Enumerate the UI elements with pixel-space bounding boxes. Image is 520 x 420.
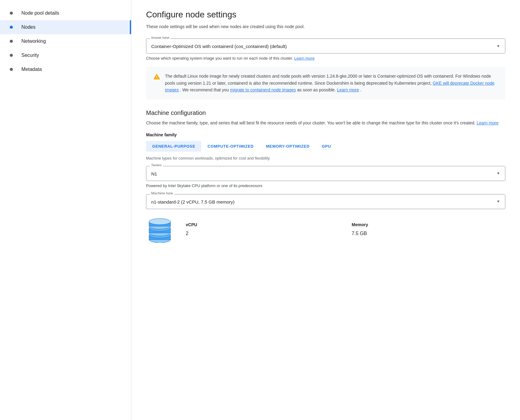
tab-memory-optimized[interactable]: MEMORY-OPTIMIZED [260,141,316,152]
migrate-containerd-link[interactable]: migrate to containerd node images [230,87,296,92]
image-type-field: Image type Container-Optimized OS with c… [146,39,505,53]
machine-info: vCPU Memory 2 7.5 GB [146,215,505,244]
sidebar-dot-nodes [10,26,13,29]
memory-header: Memory [352,222,505,228]
warning-text: The default Linux node image for newly c… [165,73,498,93]
main-content: Configure node settings These node setti… [131,0,520,420]
page-subtitle: These node settings will be used when ne… [146,23,505,30]
sidebar-item-node-pool-details[interactable]: Node pool details [0,6,131,20]
machine-config-learn-more-link[interactable]: Learn more [477,120,499,125]
image-type-select-wrapper: Container-Optimized OS with containerd (… [146,39,505,53]
page-title: Configure node settings [146,10,505,20]
image-type-learn-more-link[interactable]: Learn more [294,56,314,61]
warning-learn-more-link[interactable]: Learn more [337,87,359,92]
machine-type-select[interactable]: n1-standard-2 (2 vCPU, 7.5 GB memory) [146,194,505,209]
sidebar-item-nodes[interactable]: Nodes [0,20,131,34]
machine-family-tabs: GENERAL-PURPOSECOMPUTE-OPTIMIZEDMEMORY-O… [146,141,505,152]
spec-table: vCPU Memory 2 7.5 GB [186,222,505,236]
tab-description: Machine types for common workloads, opti… [146,156,505,160]
vcpu-header: vCPU [186,222,339,228]
sidebar-label-metadata: Metadata [21,67,42,72]
warning-icon: ! [153,73,160,81]
svg-text:!: ! [156,76,157,79]
sidebar-item-metadata[interactable]: Metadata [0,62,131,76]
tab-compute-optimized[interactable]: COMPUTE-OPTIMIZED [201,141,260,152]
machine-family-label: Machine family [146,132,505,137]
sidebar: Node pool detailsNodesNetworkingSecurity… [0,0,131,420]
series-select[interactable]: N1 [146,166,505,181]
series-field: Series N1 [146,166,505,181]
sidebar-label-security: Security [21,53,39,58]
svg-point-9 [149,219,170,225]
sidebar-label-node-pool-details: Node pool details [21,10,59,16]
sidebar-dot-networking [10,40,13,43]
image-type-select[interactable]: Container-Optimized OS with containerd (… [146,39,505,53]
tab-gpu[interactable]: GPU [316,141,337,152]
series-hint: Powered by Intel Skylake CPU platform or… [146,183,505,188]
sidebar-dot-metadata [10,68,13,71]
sidebar-dot-node-pool-details [10,12,13,15]
sidebar-label-networking: Networking [21,39,46,44]
sidebar-item-networking[interactable]: Networking [0,34,131,48]
series-select-wrapper: N1 [146,166,505,181]
image-type-hint: Choose which operating system image you … [146,56,505,61]
vcpu-value: 2 [186,230,339,236]
machine-type-field: Machine type n1-standard-2 (2 vCPU, 7.5 … [146,194,505,209]
machine-type-select-wrapper: n1-standard-2 (2 vCPU, 7.5 GB memory) [146,194,505,209]
memory-value: 7.5 GB [352,230,505,236]
machine-illustration [146,215,174,244]
warning-box: ! The default Linux node image for newly… [146,67,505,99]
tab-general-purpose[interactable]: GENERAL-PURPOSE [146,141,201,152]
sidebar-label-nodes: Nodes [21,24,35,30]
sidebar-dot-security [10,54,13,57]
sidebar-item-security[interactable]: Security [0,48,131,62]
machine-specs: vCPU Memory 2 7.5 GB [186,222,505,236]
machine-config-title: Machine configuration [146,109,505,116]
machine-config-desc: Choose the machine family, type, and ser… [146,120,505,126]
